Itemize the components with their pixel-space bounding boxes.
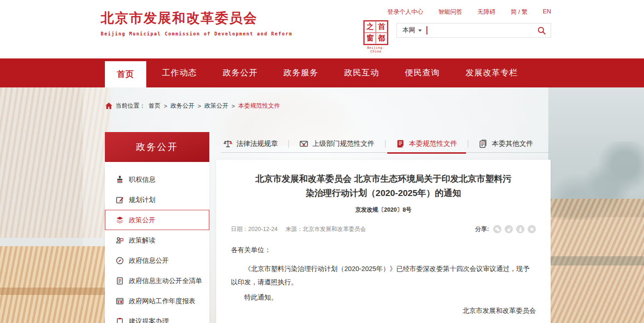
sidebar: 政务公开 职权信息 规划计划 政策公开 政策解读	[105, 132, 209, 323]
sidebar-item-label: 建议提案办理	[129, 317, 169, 323]
breadcrumb-prefix: 当前位置：	[115, 102, 145, 110]
wechat-icon[interactable]	[493, 225, 501, 233]
share-bar: 分享:	[475, 225, 536, 233]
breadcrumb-gov-disclosure[interactable]: 政务公开	[171, 102, 195, 110]
breadcrumb-policy-disclosure[interactable]: 政策公开	[204, 102, 228, 110]
article-source: 北京市发展和改革委员会	[303, 226, 366, 232]
salutation: 各有关单位：	[231, 243, 536, 257]
sidebar-item-label: 政府网站工作年度报表	[129, 297, 196, 306]
paragraph: 特此通知。	[231, 291, 536, 304]
nav-item-convenience-query[interactable]: 便民查询	[405, 58, 440, 87]
search-input[interactable]	[427, 23, 538, 37]
background-roof-left-ridge	[0, 288, 109, 295]
search-scope-dropdown[interactable]: 本网	[402, 26, 422, 35]
home-icon	[105, 103, 112, 109]
tab-label: 法律法规规章	[236, 139, 278, 148]
sidebar-item-label: 政策公开	[129, 216, 155, 225]
search-icon	[537, 26, 546, 35]
sidebar-item-label: 职权信息	[129, 175, 155, 184]
simplified-traditional-link[interactable]: 简 / 繁	[511, 8, 528, 16]
site-header: 北京市发展和改革委员会 Beijing Municipal Commission…	[0, 0, 644, 58]
nav-item-gov-services[interactable]: 政务服务	[283, 58, 318, 87]
mail-doc-icon	[299, 139, 308, 148]
capital-window-seal-icon: 之 首 窗 都	[363, 20, 388, 45]
compass-icon	[116, 257, 124, 265]
sidebar-item-label: 规划计划	[129, 196, 155, 204]
report-table-icon	[116, 297, 124, 305]
sidebar-item-planning[interactable]: 规划计划	[105, 190, 209, 210]
signature: 北京市发展和改革委员会	[231, 304, 536, 317]
sidebar-item-suggestions-proposals[interactable]: 建议提案办理	[105, 311, 209, 323]
scale-icon	[224, 139, 232, 148]
qzone-star-icon[interactable]	[528, 225, 536, 233]
tab-laws-regulations[interactable]: 法律法规规章	[221, 135, 288, 153]
badge-caption: Beijing-China	[363, 46, 388, 53]
weibo-icon[interactable]	[505, 225, 513, 233]
breadcrumb-separator: >	[164, 103, 167, 110]
site-title: 北京市发展和改革委员会	[101, 9, 293, 28]
sidebar-item-label: 政策解读	[129, 236, 155, 245]
article-title: 北京市发展和改革委员会 北京市生态环境局关于印发北京市塑料污染治理行动计划（20…	[253, 172, 513, 200]
nav-item-reform-special[interactable]: 发展改革专栏	[466, 58, 518, 87]
tab-label: 本委其他文件	[492, 139, 533, 148]
badge-char: 都	[376, 33, 387, 44]
breadcrumb-home[interactable]: 首页	[149, 102, 161, 110]
header-links: 登录个人中心 智能问答 无障碍 简 / 繁 EN	[387, 8, 551, 16]
share-label: 分享:	[475, 225, 489, 233]
sidebar-item-annual-website-report[interactable]: 政府网站工作年度报表	[105, 291, 209, 311]
edit-square-icon	[116, 196, 124, 204]
login-personal-center-link[interactable]: 登录个人中心	[387, 8, 423, 16]
tab-commission-normative-docs[interactable]: 本委规范性文件	[385, 135, 468, 153]
article-meta: 日期：2020-12-24 来源：北京市发展和改革委员会 分享:	[231, 225, 536, 233]
layers-icon	[116, 216, 124, 224]
qq-icon[interactable]	[516, 225, 524, 233]
article-panel: 北京市发展和改革委员会 北京市生态环境局关于印发北京市塑料污染治理行动计划（20…	[216, 160, 551, 323]
sidebar-item-label: 政府信息公开	[129, 256, 169, 265]
site-subtitle: Beijing Municipal Commission of Developm…	[101, 31, 293, 36]
sidebar-item-policy-disclosure[interactable]: 政策公开	[105, 210, 209, 230]
sidebar-item-policy-interpretation[interactable]: 政策解读	[105, 230, 209, 250]
badge-char: 之	[364, 21, 376, 33]
tab-superior-normative-docs[interactable]: 上级部门规范性文件	[289, 135, 385, 153]
accessibility-link[interactable]: 无障碍	[477, 8, 495, 16]
tab-commission-other-docs[interactable]: 本委其他文件	[468, 135, 544, 153]
background-roof-right-shadow	[550, 256, 644, 265]
chevron-down-icon	[418, 29, 422, 32]
person-chat-icon	[116, 236, 124, 244]
breadcrumb-current: 本委规范性文件	[238, 102, 280, 110]
smart-qa-link[interactable]: 智能问答	[438, 8, 462, 16]
sidebar-item-proactive-disclosure-list[interactable]: 政府信息主动公开全清单	[105, 271, 209, 291]
breadcrumb-separator: >	[231, 103, 235, 110]
search-scope-label: 本网	[402, 26, 415, 35]
english-link[interactable]: EN	[543, 8, 551, 16]
nav-item-home[interactable]: 首页	[105, 61, 146, 87]
sidebar-item-label: 政府信息主动公开全清单	[129, 277, 202, 285]
article-body: 各有关单位： 《北京市塑料污染治理行动计划（2020-2025年）》已经市委深改…	[231, 243, 536, 317]
sidebar-title: 政务公开	[105, 132, 209, 162]
document-number: 京发改规〔2020〕8号	[231, 206, 536, 214]
sidebar-item-gov-info-disclosure[interactable]: 政府信息公开	[105, 250, 209, 271]
document-copy-icon	[479, 139, 488, 148]
article-date-source: 日期：2020-12-24 来源：北京市发展和改革委员会	[231, 225, 366, 233]
badge-char: 窗	[364, 33, 376, 44]
sidebar-item-authority-info[interactable]: 职权信息	[105, 169, 209, 190]
search-bar: 本网	[397, 23, 551, 38]
search-button[interactable]	[537, 26, 546, 35]
capital-window-badge[interactable]: 之 首 窗 都 Beijing-China	[363, 20, 388, 53]
tab-label: 本委规范性文件	[409, 139, 457, 148]
nav-item-gov-disclosure[interactable]: 政务公开	[223, 58, 258, 87]
nav-item-public-interaction[interactable]: 政民互动	[344, 58, 379, 87]
clipboard-icon	[116, 317, 124, 323]
article-date: 2020-12-24	[248, 226, 278, 232]
stamp-icon	[116, 176, 124, 184]
date-label: 日期：	[231, 226, 248, 232]
paragraph: 《北京市塑料污染治理行动计划（2020-2025年）》已经市委深改委第十四次会议…	[231, 262, 536, 289]
nav-item-work-news[interactable]: 工作动态	[162, 58, 197, 87]
document-lines-icon	[116, 277, 124, 285]
main-navigation: 首页 工作动态 政务公开 政务服务 政民互动 便民查询 发展改革专栏	[0, 58, 644, 87]
breadcrumb: 当前位置： 首页 > 政务公开 > 政策公开 > 本委规范性文件	[105, 102, 280, 110]
tab-label: 上级部门规范性文件	[312, 139, 374, 148]
red-document-icon	[396, 139, 405, 148]
site-logo[interactable]: 北京市发展和改革委员会 Beijing Municipal Commission…	[101, 9, 293, 36]
sidebar-menu: 职权信息 规划计划 政策公开 政策解读 政府信息公开	[105, 162, 209, 323]
